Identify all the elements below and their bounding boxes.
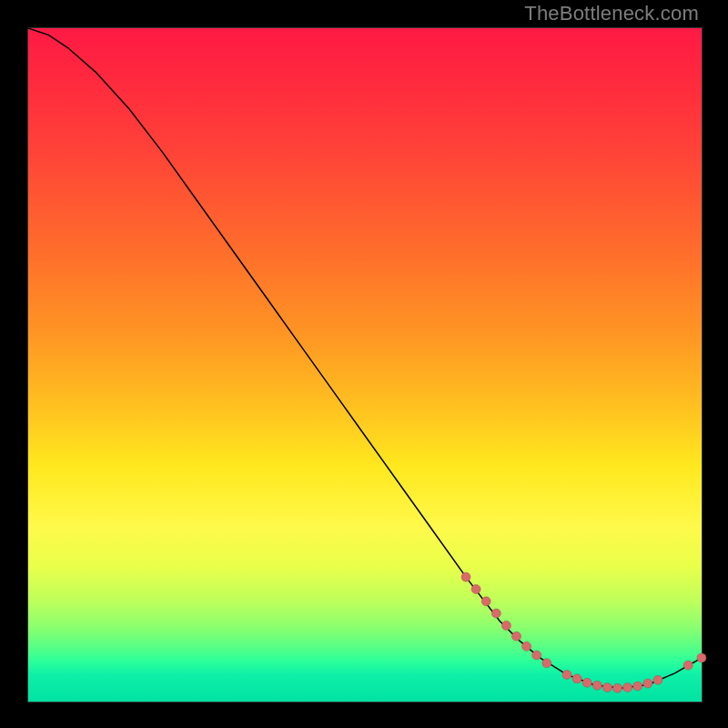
data-point	[532, 651, 541, 660]
data-point	[512, 632, 521, 641]
data-point	[491, 609, 500, 618]
data-point	[562, 670, 571, 679]
data-point	[572, 674, 581, 683]
bottleneck-curve-line	[28, 28, 702, 688]
data-point	[697, 653, 706, 662]
plot-overlay	[28, 28, 702, 702]
data-point	[602, 682, 612, 692]
plot-frame	[27, 27, 703, 703]
data-point	[613, 683, 622, 693]
data-point	[542, 659, 551, 668]
data-point	[643, 679, 652, 688]
data-point	[633, 682, 642, 691]
data-point	[592, 681, 602, 690]
data-point	[471, 584, 480, 593]
data-point	[623, 682, 632, 692]
chart-container: TheBottleneck.com	[0, 0, 728, 728]
data-point-group	[461, 572, 706, 693]
data-point	[653, 675, 662, 684]
data-point	[461, 572, 470, 581]
data-point	[683, 661, 693, 670]
watermark-text: TheBottleneck.com	[524, 2, 699, 25]
data-point	[522, 642, 531, 651]
data-point	[481, 597, 490, 606]
data-point	[582, 678, 592, 687]
data-point	[501, 621, 511, 630]
